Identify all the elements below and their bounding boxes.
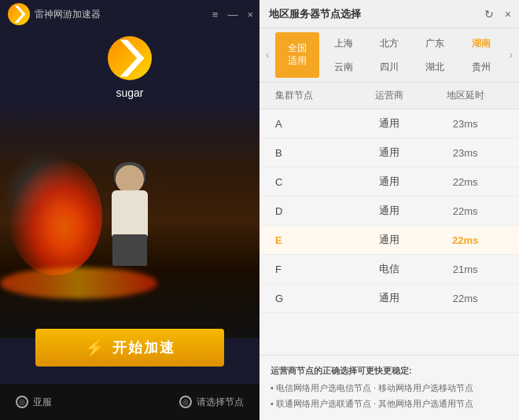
- char-pants: [112, 234, 147, 266]
- info-bullet-1: • 电信网络用户选电信节点 · 移动网络用户选移动节点: [271, 381, 508, 396]
- info-bullet-2: • 联通网络用户选联通节点 · 其他网络用户选通用节点: [271, 396, 508, 412]
- right-window-controls: ↻ ×: [484, 8, 511, 20]
- username: sugar: [116, 87, 143, 99]
- right-title-bar: 地区服务器节点选择 ↻ ×: [260, 0, 519, 28]
- table-row[interactable]: B 通用 23ms: [260, 138, 519, 168]
- logo-icon: [8, 3, 30, 25]
- info-title: 运营商节点的正确选择可更快更稳定:: [271, 363, 508, 379]
- start-button[interactable]: ⚡ 开始加速: [35, 329, 224, 367]
- tab-right-arrow[interactable]: ›: [503, 31, 519, 79]
- node-b: B: [275, 147, 352, 159]
- left-panel: 雷神网游加速器 ≡ — × sugar ⚡ 开始加速 ◎ 亚: [0, 0, 260, 420]
- avatar: [108, 36, 152, 80]
- node-g: G: [275, 293, 352, 304]
- tab-guizhou[interactable]: 贵州: [459, 56, 503, 78]
- header-node: 集群节点: [275, 89, 352, 102]
- bottom-bar: ◎ 亚服 ◎ 请选择节点: [0, 384, 260, 420]
- char-head: [116, 165, 144, 193]
- table-row[interactable]: F 电信 21ms: [260, 255, 519, 284]
- node-icon: ◎: [179, 396, 192, 408]
- server-table: 集群节点 运营商 地区延时 A 通用 23ms B 通用 23ms C 通用 2…: [260, 83, 519, 355]
- isp-c: 通用: [352, 175, 428, 189]
- lightning-icon: ⚡: [85, 338, 106, 357]
- tab-guangdong[interactable]: 广东: [413, 32, 457, 54]
- isp-g: 通用: [352, 291, 428, 305]
- latency-g: 22ms: [427, 293, 503, 304]
- char-torso: [112, 190, 148, 238]
- node-c: C: [275, 176, 352, 188]
- table-row-selected[interactable]: E 通用 22ms: [260, 226, 519, 255]
- char-body: [102, 165, 157, 291]
- right-panel: 地区服务器节点选择 ↻ × ‹ 全国 适用 上海 北方 广东 湖南 云南 四川 …: [260, 0, 519, 420]
- window-controls: ≡ — ×: [212, 9, 253, 20]
- table-row[interactable]: A 通用 23ms: [260, 109, 519, 138]
- server-region-item[interactable]: ◎ 亚服: [16, 396, 52, 409]
- character: [83, 149, 177, 291]
- header-isp: 运营商: [352, 89, 428, 102]
- tab-left-arrow[interactable]: ‹: [260, 31, 275, 79]
- tab-hubei[interactable]: 湖北: [413, 56, 457, 78]
- isp-e: 通用: [352, 233, 428, 247]
- server-icon: ◎: [16, 396, 28, 408]
- isp-b: 通用: [352, 146, 428, 160]
- tab-yunnan[interactable]: 云南: [321, 56, 365, 78]
- table-row[interactable]: G 通用 22ms: [260, 284, 519, 313]
- node-f: F: [275, 263, 352, 275]
- info-section: 运营商节点的正确选择可更快更稳定: • 电信网络用户选电信节点 · 移动网络用户…: [260, 355, 519, 420]
- right-close-button[interactable]: ×: [505, 8, 511, 20]
- tab-sichuan[interactable]: 四川: [367, 56, 411, 78]
- isp-a: 通用: [352, 116, 428, 131]
- latency-b: 23ms: [427, 147, 503, 159]
- node-d: D: [275, 205, 352, 217]
- table-header: 集群节点 运营商 地区延时: [260, 83, 519, 109]
- table-row[interactable]: C 通用 22ms: [260, 168, 519, 197]
- node-label: 请选择节点: [197, 396, 244, 409]
- bullet-text-1: • 电信网络用户选电信节点 · 移动网络用户选移动节点: [271, 381, 473, 396]
- tab-all[interactable]: 全国 适用: [275, 32, 319, 78]
- app-title: 雷神网游加速器: [35, 8, 101, 21]
- app-logo: 雷神网游加速器: [8, 3, 101, 25]
- latency-c: 22ms: [427, 176, 503, 188]
- tab-hunan[interactable]: 湖南: [459, 32, 503, 54]
- menu-button[interactable]: ≡: [212, 9, 219, 20]
- tab-shanghai[interactable]: 上海: [321, 32, 365, 54]
- latency-d: 22ms: [427, 205, 503, 217]
- node-select-item[interactable]: ◎ 请选择节点: [179, 396, 244, 409]
- header-latency: 地区延时: [427, 89, 503, 102]
- right-title: 地区服务器节点选择: [269, 7, 361, 21]
- latency-a: 23ms: [427, 118, 503, 130]
- latency-e: 22ms: [427, 234, 503, 246]
- region-tabs-container: ‹ 全国 适用 上海 北方 广东 湖南 云南 四川 湖北 贵州 ›: [260, 28, 519, 83]
- node-e: E: [275, 234, 352, 246]
- isp-d: 通用: [352, 204, 428, 218]
- isp-f: 电信: [352, 262, 428, 276]
- title-bar: 雷神网游加速器 ≡ — ×: [0, 0, 260, 28]
- tab-north[interactable]: 北方: [367, 32, 411, 54]
- bullet-text-2: • 联通网络用户选联通节点 · 其他网络用户选通用节点: [271, 396, 473, 412]
- region-tabs: 全国 适用 上海 北方 广东 湖南 云南 四川 湖北 贵州: [275, 32, 503, 78]
- node-a: A: [275, 118, 352, 130]
- table-row[interactable]: D 通用 22ms: [260, 197, 519, 226]
- close-button[interactable]: ×: [247, 9, 253, 20]
- minimize-button[interactable]: —: [227, 9, 237, 20]
- latency-f: 21ms: [427, 263, 503, 275]
- server-label: 亚服: [33, 396, 52, 409]
- start-button-label: 开始加速: [112, 338, 175, 357]
- user-section: sugar: [108, 36, 152, 99]
- refresh-button[interactable]: ↻: [484, 8, 494, 20]
